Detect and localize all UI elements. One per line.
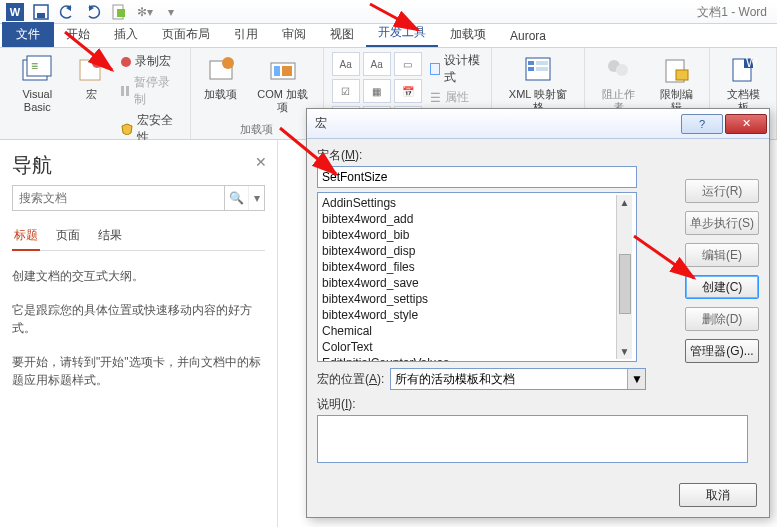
nav-tab-headings[interactable]: 标题 xyxy=(12,221,40,250)
macro-name-label: 宏名(M): xyxy=(317,147,759,164)
snowflake-icon[interactable]: ✻▾ xyxy=(134,2,156,22)
chevron-down-icon[interactable]: ▼ xyxy=(627,369,645,389)
macros-button[interactable]: 宏 xyxy=(75,52,109,103)
macro-dialog: 宏 ? ✕ 宏名(M): AddinSettings bibtex4word_a… xyxy=(306,108,770,518)
properties-icon: ☰ xyxy=(430,91,441,105)
control-picture-icon[interactable]: ▭ xyxy=(394,52,422,76)
group-addins: 加载项 COM 加载项 加载项 xyxy=(191,48,324,139)
xml-map-icon xyxy=(522,54,554,86)
control-plaintext-icon[interactable]: Aa xyxy=(363,52,391,76)
nav-close-button[interactable]: ✕ xyxy=(255,154,267,170)
macro-list-item[interactable]: bibtex4word_settips xyxy=(322,291,616,307)
undo-icon[interactable] xyxy=(56,2,78,22)
macro-list-item[interactable]: bibtex4word_files xyxy=(322,259,616,275)
dialog-close-button[interactable]: ✕ xyxy=(725,114,767,134)
macro-name-input[interactable] xyxy=(317,166,637,188)
group-code: ≡ Visual Basic 宏 录制宏 暂停录制 宏安全性 代码 xyxy=(0,48,191,139)
tab-addins[interactable]: 加载项 xyxy=(438,22,498,47)
dialog-help-button[interactable]: ? xyxy=(681,114,723,134)
nav-search-input[interactable] xyxy=(13,186,224,210)
svg-rect-22 xyxy=(676,70,688,80)
record-icon xyxy=(121,57,131,67)
pause-recording-button[interactable]: 暂停录制 xyxy=(117,73,182,109)
tab-file[interactable]: 文件 xyxy=(2,22,54,47)
visual-basic-button[interactable]: ≡ Visual Basic xyxy=(8,52,67,116)
svg-rect-13 xyxy=(282,66,292,76)
macro-location-combo[interactable]: ▼ xyxy=(390,368,646,390)
scroll-down-icon[interactable]: ▼ xyxy=(620,344,630,359)
macro-desc-label: 说明(I): xyxy=(317,396,759,413)
com-addins-label: COM 加载项 xyxy=(255,88,311,114)
xml-map-button[interactable]: XML 映射窗格 xyxy=(500,52,576,116)
restrict-edit-icon xyxy=(660,54,692,86)
macro-list-item[interactable]: bibtex4word_bib xyxy=(322,227,616,243)
addins-label: 加载项 xyxy=(204,88,237,101)
new-file-icon[interactable] xyxy=(108,2,130,22)
redo-icon[interactable] xyxy=(82,2,104,22)
search-dropdown-icon[interactable]: ▾ xyxy=(248,186,264,210)
control-richtext-icon[interactable]: Aa xyxy=(332,52,360,76)
visual-basic-icon: ≡ xyxy=(21,54,53,86)
macro-list-item[interactable]: ColorText xyxy=(322,339,616,355)
tab-view[interactable]: 视图 xyxy=(318,22,366,47)
group-addins-label: 加载项 xyxy=(199,120,315,137)
nav-body: 创建文档的交互式大纲。 它是跟踪您的具体位置或快速移动内容的好方式。 要开始，请… xyxy=(12,267,265,389)
design-mode-button[interactable]: 设计模式 xyxy=(430,52,483,86)
macro-desc-box[interactable] xyxy=(317,415,748,463)
com-addins-button[interactable]: COM 加载项 xyxy=(251,52,315,116)
doc-template-icon: W xyxy=(727,54,759,86)
scroll-up-icon[interactable]: ▲ xyxy=(620,195,630,210)
word-icon: W xyxy=(4,2,26,22)
design-mode-label: 设计模式 xyxy=(444,52,483,86)
svg-rect-1 xyxy=(37,13,45,18)
tab-developer[interactable]: 开发工具 xyxy=(366,20,438,47)
listbox-scrollbar[interactable]: ▲ ▼ xyxy=(616,195,632,359)
dialog-title: 宏 xyxy=(315,115,679,132)
tab-review[interactable]: 审阅 xyxy=(270,22,318,47)
dialog-titlebar[interactable]: 宏 ? ✕ xyxy=(307,109,769,139)
macro-list[interactable]: AddinSettings bibtex4word_add bibtex4wor… xyxy=(317,192,637,362)
customize-qat-icon[interactable]: ▾ xyxy=(160,2,182,22)
macro-list-item[interactable]: bibtex4word_disp xyxy=(322,243,616,259)
tab-references[interactable]: 引用 xyxy=(222,22,270,47)
macro-location-label: 宏的位置(A): xyxy=(317,371,384,388)
search-icon[interactable]: 🔍 xyxy=(224,186,248,210)
control-checkbox-icon[interactable]: ☑ xyxy=(332,79,360,103)
organizer-button[interactable]: 管理器(G)... xyxy=(685,339,759,363)
restrict-edit-button[interactable]: 限制编辑 xyxy=(651,52,701,116)
addins-button[interactable]: 加载项 xyxy=(199,52,243,103)
save-icon[interactable] xyxy=(30,2,52,22)
nav-text-1: 创建文档的交互式大纲。 xyxy=(12,267,265,285)
record-macro-button[interactable]: 录制宏 xyxy=(117,52,182,71)
macro-list-item[interactable]: bibtex4word_save xyxy=(322,275,616,291)
control-date-icon[interactable]: 📅 xyxy=(394,79,422,103)
macro-list-item[interactable]: Chemical xyxy=(322,323,616,339)
svg-rect-12 xyxy=(274,66,280,76)
run-button[interactable]: 运行(R) xyxy=(685,179,759,203)
macro-list-item[interactable]: bibtex4word_add xyxy=(322,211,616,227)
control-combo-icon[interactable]: ▦ xyxy=(363,79,391,103)
cancel-button[interactable]: 取消 xyxy=(679,483,757,507)
properties-button[interactable]: ☰属性 xyxy=(430,89,483,106)
nav-tab-pages[interactable]: 页面 xyxy=(54,221,82,250)
tab-layout[interactable]: 页面布局 xyxy=(150,22,222,47)
create-button[interactable]: 创建(C) xyxy=(685,275,759,299)
macro-location-value[interactable] xyxy=(391,369,627,389)
macro-list-item[interactable]: EditInitialCounterValues xyxy=(322,355,616,362)
tab-home[interactable]: 开始 xyxy=(54,22,102,47)
tab-insert[interactable]: 插入 xyxy=(102,22,150,47)
nav-text-3: 要开始，请转到"开始"选项卡，并向文档中的标题应用标题样式。 xyxy=(12,353,265,389)
tab-aurora[interactable]: Aurora xyxy=(498,25,558,47)
doc-template-button[interactable]: W 文档模板 xyxy=(718,52,768,116)
svg-text:≡: ≡ xyxy=(31,59,38,73)
block-authors-button[interactable]: 阻止作者 xyxy=(593,52,643,116)
step-button[interactable]: 单步执行(S) xyxy=(685,211,759,235)
macro-list-item[interactable]: AddinSettings xyxy=(322,195,616,211)
scroll-thumb[interactable] xyxy=(619,254,631,314)
nav-tab-results[interactable]: 结果 xyxy=(96,221,124,250)
svg-rect-16 xyxy=(528,67,534,71)
edit-button[interactable]: 编辑(E) xyxy=(685,243,759,267)
block-authors-icon xyxy=(602,54,634,86)
macro-list-item[interactable]: bibtex4word_style xyxy=(322,307,616,323)
delete-button[interactable]: 删除(D) xyxy=(685,307,759,331)
